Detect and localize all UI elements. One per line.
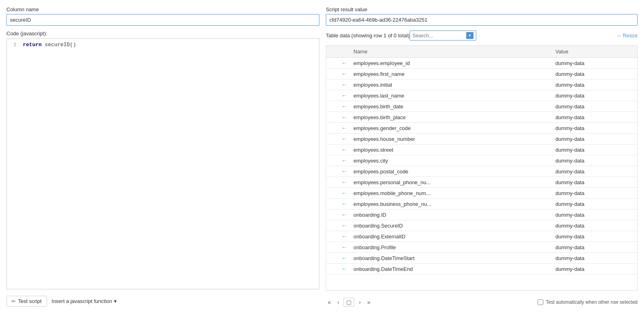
table-row[interactable]: ← employees.postal_code dummy-data <box>326 166 637 177</box>
prev-page-button[interactable]: ‹ <box>335 298 341 306</box>
table-row[interactable]: ← onboarding.ID dummy-data <box>326 209 637 220</box>
table-row[interactable]: ← employees.birth_date dummy-data <box>326 101 637 112</box>
table-row[interactable]: ← onboarding.ExternalID dummy-data <box>326 231 637 242</box>
insert-arrow-icon[interactable]: ← <box>341 233 347 240</box>
table-row[interactable]: ← employees.business_phone_nu... dummy-d… <box>326 199 637 209</box>
insert-arrow-icon[interactable]: ← <box>341 179 347 185</box>
row-checkbox-cell <box>326 69 338 79</box>
col-header-check <box>326 46 338 58</box>
pencil-icon: ✏ <box>12 299 16 304</box>
table-row[interactable]: ← onboarding.SecureID dummy-data <box>326 220 637 231</box>
row-arrow-cell[interactable]: ← <box>338 264 350 274</box>
row-arrow-cell[interactable]: ← <box>338 199 350 209</box>
row-name-cell: employees.gender_code <box>350 123 552 134</box>
row-arrow-cell[interactable]: ← <box>338 209 350 220</box>
row-name-cell: employees.birth_place <box>350 112 552 123</box>
row-checkbox-cell <box>326 188 338 199</box>
insert-arrow-icon[interactable]: ← <box>341 71 347 77</box>
insert-arrow-icon[interactable]: ← <box>341 146 347 153</box>
insert-arrow-icon[interactable]: ← <box>341 125 347 131</box>
next-page-button[interactable]: › <box>357 298 363 306</box>
code-content[interactable]: return secureID() <box>23 42 316 286</box>
row-value-cell: dummy-data <box>552 123 637 134</box>
table-row[interactable]: ← employees.birth_place dummy-data <box>326 112 637 123</box>
insert-arrow-icon[interactable]: ← <box>341 190 347 196</box>
row-name-cell: employees.last_name <box>350 90 552 101</box>
table-row[interactable]: ← employees.personal_phone_nu... dummy-d… <box>326 177 637 188</box>
row-arrow-cell[interactable]: ← <box>338 231 350 242</box>
insert-arrow-icon[interactable]: ← <box>341 255 347 261</box>
insert-arrow-icon[interactable]: ← <box>341 92 347 99</box>
row-name-cell: employees.street <box>350 144 552 155</box>
row-arrow-cell[interactable]: ← <box>338 101 350 112</box>
table-row[interactable]: ← onboarding.DateTimeStart dummy-data <box>326 253 637 264</box>
row-checkbox-cell <box>326 112 338 123</box>
insert-arrow-icon[interactable]: ← <box>341 244 347 250</box>
search-input[interactable] <box>412 33 465 39</box>
row-value-cell: dummy-data <box>552 220 637 231</box>
insert-arrow-icon[interactable]: ← <box>341 201 347 207</box>
script-result-input[interactable] <box>326 14 638 26</box>
row-arrow-cell[interactable]: ← <box>338 144 350 155</box>
row-name-cell: onboarding.DateTimeStart <box>350 253 552 264</box>
insert-arrow-icon[interactable]: ← <box>341 103 347 110</box>
insert-function-button[interactable]: Insert a javascript function ▾ <box>52 298 117 304</box>
column-name-input[interactable] <box>6 14 319 26</box>
insert-arrow-icon[interactable]: ← <box>341 157 347 164</box>
row-arrow-cell[interactable]: ← <box>338 155 350 166</box>
insert-arrow-icon[interactable]: ← <box>341 114 347 120</box>
data-table-wrapper[interactable]: Name Value ← employees.employee_id dummy… <box>326 45 638 291</box>
code-editor[interactable]: 1 return secureID() <box>6 38 319 289</box>
row-arrow-cell[interactable]: ← <box>338 188 350 199</box>
insert-arrow-icon[interactable]: ← <box>341 60 347 66</box>
row-checkbox-cell <box>326 231 338 242</box>
auto-test-row: Test automatically when other row select… <box>538 299 638 305</box>
table-row[interactable]: ← employees.initial dummy-data <box>326 79 637 90</box>
col-header-value: Value <box>552 46 637 58</box>
row-arrow-cell[interactable]: ← <box>338 123 350 134</box>
row-name-cell: employees.employee_id <box>350 58 552 69</box>
insert-arrow-icon[interactable]: ← <box>341 222 347 229</box>
row-arrow-cell[interactable]: ← <box>338 134 350 144</box>
row-arrow-cell[interactable]: ← <box>338 58 350 69</box>
col-header-arrow <box>338 46 350 58</box>
auto-test-checkbox[interactable] <box>538 299 543 305</box>
frame-page-button[interactable]: ▢ <box>343 298 354 307</box>
row-arrow-cell[interactable]: ← <box>338 90 350 101</box>
last-page-button[interactable]: » <box>365 298 372 306</box>
table-row[interactable]: ← employees.house_number dummy-data <box>326 134 637 144</box>
search-dropdown-icon[interactable]: ▾ <box>466 32 473 39</box>
insert-arrow-icon[interactable]: ← <box>341 266 347 272</box>
row-arrow-cell[interactable]: ← <box>338 69 350 79</box>
test-script-button[interactable]: ✏ Test script <box>6 296 47 307</box>
row-arrow-cell[interactable]: ← <box>338 253 350 264</box>
column-name-label: Column name <box>6 6 319 12</box>
row-arrow-cell[interactable]: ← <box>338 220 350 231</box>
table-row[interactable]: ← onboarding.DateTimeEnd dummy-data <box>326 264 637 274</box>
col-header-name: Name <box>350 46 552 58</box>
resize-button[interactable]: ↔ Resize <box>617 33 638 39</box>
first-page-button[interactable]: « <box>326 298 333 306</box>
insert-arrow-icon[interactable]: ← <box>341 136 347 142</box>
table-row[interactable]: ← employees.last_name dummy-data <box>326 90 637 101</box>
insert-arrow-icon[interactable]: ← <box>341 81 347 88</box>
row-arrow-cell[interactable]: ← <box>338 112 350 123</box>
table-row[interactable]: ← employees.city dummy-data <box>326 155 637 166</box>
table-row[interactable]: ← employees.employee_id dummy-data <box>326 58 637 69</box>
insert-arrow-icon[interactable]: ← <box>341 168 347 175</box>
row-arrow-cell[interactable]: ← <box>338 242 350 253</box>
table-row[interactable]: ← onboarding.Profile dummy-data <box>326 242 637 253</box>
pagination-controls: « ‹ ▢ › » <box>326 298 372 307</box>
row-value-cell: dummy-data <box>552 177 637 188</box>
row-value-cell: dummy-data <box>552 144 637 155</box>
row-arrow-cell[interactable]: ← <box>338 177 350 188</box>
table-row[interactable]: ← employees.gender_code dummy-data <box>326 123 637 134</box>
table-row[interactable]: ← employees.first_name dummy-data <box>326 69 637 79</box>
row-arrow-cell[interactable]: ← <box>338 79 350 90</box>
row-arrow-cell[interactable]: ← <box>338 166 350 177</box>
data-table: Name Value ← employees.employee_id dummy… <box>326 46 637 274</box>
table-row[interactable]: ← employees.mobile_phone_num... dummy-da… <box>326 188 637 199</box>
insert-arrow-icon[interactable]: ← <box>341 211 347 218</box>
table-row[interactable]: ← employees.street dummy-data <box>326 144 637 155</box>
row-name-cell: onboarding.Profile <box>350 242 552 253</box>
